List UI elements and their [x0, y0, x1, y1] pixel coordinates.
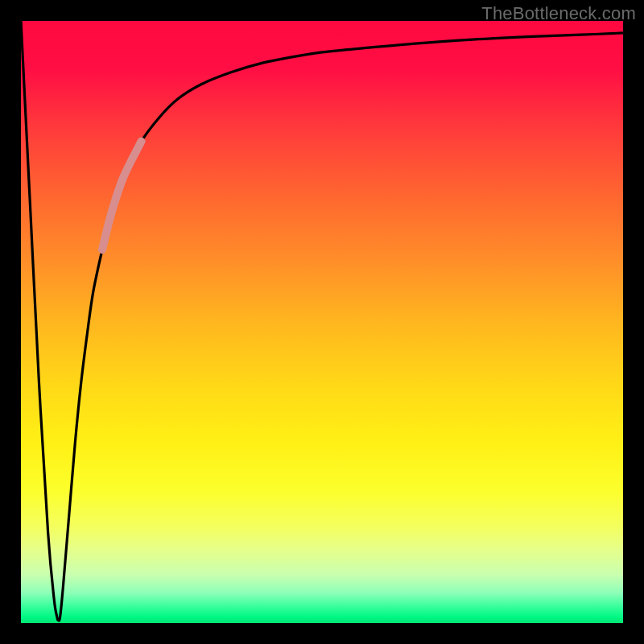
- chart-stage: TheBottleneck.com: [0, 0, 644, 644]
- attribution-text: TheBottleneck.com: [481, 3, 636, 24]
- highlight-segment: [102, 142, 142, 250]
- plot-area: [21, 21, 623, 623]
- curve-layer: [21, 21, 623, 623]
- bottleneck-curve: [21, 21, 623, 621]
